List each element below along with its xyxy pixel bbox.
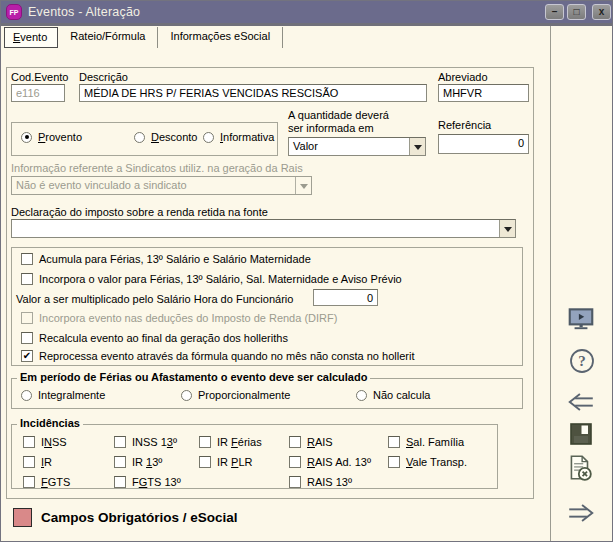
next-button[interactable] <box>566 498 596 528</box>
multiplicador-label: Valor a ser multiplicado pelo Salário Ho… <box>16 293 293 305</box>
arrow-left-icon <box>566 387 596 417</box>
incidencia-ir-13[interactable]: IR 13º <box>114 452 199 472</box>
tab-informacoes-esocial[interactable]: Informações eSocial <box>158 27 283 48</box>
radio-dot <box>134 132 145 143</box>
descricao-field[interactable]: MÉDIA DE HRS P/ FERIAS VENCIDAS RESCISÃO <box>79 84 427 102</box>
radio-dot <box>21 132 32 143</box>
checkbox-acumula[interactable]: Acumula para Férias, 13º Salário e Salár… <box>21 253 311 265</box>
incidencias-grid: INSS INSS 13º IR Férias RAIS Sal. Famíli… <box>23 432 493 492</box>
checkbox-dirf: Incorpora evento nas deduções do Imposto… <box>21 312 337 324</box>
ferias-group-title: Em período de Férias ou Afastamento o ev… <box>17 371 370 383</box>
cod-evento-field[interactable]: e116 <box>11 84 65 102</box>
maximize-button[interactable]: □ <box>567 4 586 20</box>
tab-strip: Evento Rateio/Fórmula Informações eSocia… <box>1 27 283 48</box>
save-icon <box>567 420 595 448</box>
checkbox-box <box>21 253 33 265</box>
chevron-down-icon <box>295 177 311 194</box>
incidencia-fgts-13[interactable]: FGTS 13º <box>114 472 199 492</box>
radio-dot <box>203 132 214 143</box>
incidencia-rais[interactable]: RAIS <box>289 432 388 452</box>
previous-button[interactable] <box>566 387 596 417</box>
required-fields-color-swatch <box>13 508 32 527</box>
radio-informativa[interactable]: Informativa <box>203 131 274 143</box>
panel-separator <box>550 26 551 542</box>
declaracao-combobox[interactable] <box>11 219 516 238</box>
referencia-field[interactable]: 0 <box>438 134 529 154</box>
incidencias-group-title: Incidências <box>17 417 83 429</box>
arrow-right-icon <box>566 498 596 528</box>
titlebar-divider <box>1 23 613 26</box>
checkbox-box <box>21 350 33 362</box>
delete-document-icon <box>565 452 595 484</box>
tab-evento[interactable]: Evento <box>4 27 58 48</box>
checkbox-box <box>114 436 126 448</box>
run-preview-button[interactable] <box>566 304 596 334</box>
checkbox-box <box>23 476 35 488</box>
sindicato-label: Informação referente a Sindicatos utiliz… <box>11 162 303 174</box>
radio-desconto[interactable]: Desconto <box>134 131 197 143</box>
checkbox-box <box>289 456 301 468</box>
app-icon: FP <box>6 4 22 20</box>
quantidade-label-line1: A quantidade deverá <box>288 109 389 121</box>
incidencia-sal-familia[interactable]: Sal. Família <box>388 432 493 452</box>
window-title: Eventos - Alteração <box>28 5 140 19</box>
title-bar[interactable]: FP Eventos - Alteração – □ x <box>1 1 613 23</box>
checkbox-recalcula[interactable]: Recalcula evento ao final da geração dos… <box>21 332 288 344</box>
declaracao-label: Declaração do imposto sobre a renda reti… <box>11 206 268 218</box>
checkbox-box <box>114 476 126 488</box>
chevron-down-icon[interactable] <box>409 138 425 155</box>
sindicato-combobox: Não é evento vinculado a sindicato <box>11 176 312 195</box>
help-icon: ? <box>568 347 596 375</box>
checkbox-box <box>199 456 211 468</box>
delete-record-button[interactable] <box>565 453 595 483</box>
svg-text:?: ? <box>578 353 586 369</box>
multiplicador-field[interactable]: 0 <box>313 289 378 306</box>
radio-integralmente[interactable]: Integralmente <box>21 389 105 401</box>
tab-rateio-formula[interactable]: Rateio/Fórmula <box>58 27 158 48</box>
checkbox-box <box>289 436 301 448</box>
save-button[interactable] <box>566 419 596 449</box>
close-button[interactable]: x <box>592 4 611 20</box>
checkbox-box <box>21 273 33 285</box>
incidencia-inss[interactable]: INSS <box>23 432 114 452</box>
checkbox-box <box>114 456 126 468</box>
minimize-button[interactable]: – <box>545 4 564 20</box>
checkbox-box <box>199 436 211 448</box>
dialog-window: FP Eventos - Alteração – □ x Evento Rate… <box>0 0 613 542</box>
radio-dot <box>21 390 32 401</box>
radio-dot <box>356 390 367 401</box>
incidencia-rais-13[interactable]: RAIS 13º <box>289 472 388 492</box>
checkbox-box <box>23 456 35 468</box>
quantidade-label-line2: ser informada em <box>288 122 374 134</box>
checkbox-reprocessa[interactable]: Reprocessa evento através da fórmula qua… <box>21 350 414 362</box>
referencia-label: Referência <box>438 119 491 131</box>
radio-nao-calcula[interactable]: Não calcula <box>356 389 430 401</box>
radio-proporcionalmente[interactable]: Proporcionalmente <box>181 389 290 401</box>
monitor-play-icon <box>566 304 596 334</box>
incidencia-rais-ad-13[interactable]: RAIS Ad. 13º <box>289 452 388 472</box>
cod-evento-label: Cod.Evento <box>11 71 68 83</box>
quantidade-combobox[interactable]: Valor <box>288 137 426 156</box>
checkbox-box <box>289 476 301 488</box>
abreviado-label: Abreviado <box>438 71 488 83</box>
incidencia-ir[interactable]: IR <box>23 452 114 472</box>
checkbox-box <box>23 436 35 448</box>
radio-dot <box>181 390 192 401</box>
checkbox-box <box>21 332 33 344</box>
chevron-down-icon[interactable] <box>499 220 515 237</box>
descricao-label: Descrição <box>79 71 128 83</box>
incidencia-vale-transp[interactable]: Vale Transp. <box>388 452 493 472</box>
help-button[interactable]: ? <box>567 346 597 376</box>
checkbox-box <box>21 312 33 324</box>
checkbox-incorpora-valor[interactable]: Incorpora o valor para Férias, 13º Salár… <box>21 273 402 285</box>
radio-provento[interactable]: Provento <box>21 131 82 143</box>
abreviado-field[interactable]: MHFVR <box>438 84 529 102</box>
checkbox-box <box>388 436 400 448</box>
incidencia-inss-13[interactable]: INSS 13º <box>114 432 199 452</box>
incidencia-ir-ferias[interactable]: IR Férias <box>199 432 289 452</box>
checkbox-box <box>388 456 400 468</box>
incidencia-fgts[interactable]: FGTS <box>23 472 114 492</box>
incidencia-ir-plr[interactable]: IR PLR <box>199 452 289 472</box>
required-fields-legend: Campos Obrigatórios / eSocial <box>41 510 238 525</box>
